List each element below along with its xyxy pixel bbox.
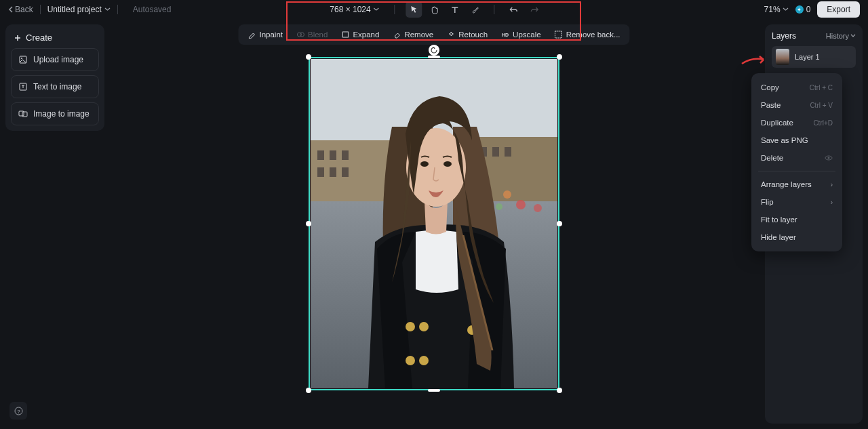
autosaved-label: Autosaved (133, 5, 172, 14)
resize-handle-tr[interactable] (557, 54, 562, 60)
ctx-duplicate[interactable]: DuplicateCtrl+D (751, 114, 842, 131)
chevron-right-icon: › (831, 199, 833, 206)
ctx-delete[interactable]: Delete (751, 149, 842, 167)
back-label: Back (15, 5, 33, 14)
inpaint-icon (248, 30, 256, 39)
svg-point-32 (406, 356, 415, 365)
svg-point-1 (300, 33, 304, 37)
credits-counter[interactable]: ✦ 0 (795, 5, 811, 14)
svg-point-39 (828, 157, 830, 159)
resize-handle-tl[interactable] (306, 54, 311, 60)
retouch-button[interactable]: Retouch (441, 28, 493, 41)
resize-handle-mr[interactable] (557, 221, 562, 226)
cursor-tool[interactable] (406, 1, 422, 18)
svg-point-30 (406, 322, 415, 331)
layer-thumbnail (776, 49, 789, 65)
svg-point-29 (496, 203, 502, 210)
help-button[interactable]: ? (9, 402, 27, 420)
ctx-flip[interactable]: Flip› (751, 193, 842, 211)
eraser-icon (393, 30, 401, 39)
text-to-image-button[interactable]: Text to image (11, 75, 99, 98)
divider (117, 5, 118, 14)
svg-point-31 (419, 322, 429, 331)
svg-point-36 (420, 161, 429, 167)
upload-image-button[interactable]: Upload image (11, 48, 99, 71)
svg-rect-19 (342, 167, 349, 177)
undo-button[interactable] (506, 1, 522, 18)
svg-rect-17 (317, 167, 324, 177)
divider (395, 5, 395, 14)
layers-title: Layers (772, 31, 796, 41)
hand-tool[interactable] (427, 1, 443, 18)
canvas[interactable] (309, 57, 559, 390)
action-toolbar: Inpaint Blend Expand Remove Retouch HD U… (238, 24, 629, 45)
create-panel: Create Upload image Text to image Image … (5, 24, 104, 131)
arrow-annotation (741, 53, 768, 66)
ctx-paste[interactable]: PasteCtrl + V (751, 96, 842, 114)
layer-context-menu: CopyCtrl + C PasteCtrl + V DuplicateCtrl… (751, 73, 842, 251)
ctx-copy[interactable]: CopyCtrl + C (751, 79, 842, 96)
layer-item[interactable]: Layer 1 (772, 46, 856, 68)
svg-rect-15 (330, 150, 336, 160)
ctx-hide[interactable]: Hide layer (751, 228, 842, 246)
expand-icon (341, 30, 349, 39)
layer-name: Layer 1 (795, 53, 820, 61)
help-icon: ? (14, 407, 23, 415)
export-button[interactable]: Export (817, 1, 860, 18)
text-tool[interactable] (447, 1, 463, 18)
upscale-button[interactable]: HD Upscale (496, 28, 547, 41)
zoom-level[interactable]: 71% (764, 5, 789, 14)
svg-rect-18 (330, 167, 336, 177)
remove-bg-icon (555, 30, 563, 39)
blend-icon (296, 30, 304, 39)
canvas-image[interactable] (311, 59, 557, 388)
back-button[interactable]: Back (8, 5, 33, 14)
plus-icon (14, 34, 22, 42)
svg-point-27 (516, 200, 526, 209)
i2i-icon (18, 109, 28, 119)
resize-handle-bottom[interactable] (428, 389, 440, 392)
svg-rect-14 (317, 150, 324, 160)
svg-rect-2 (342, 32, 348, 37)
visibility-icon (825, 154, 833, 162)
chevron-right-icon: › (831, 181, 833, 188)
svg-point-37 (443, 161, 452, 167)
resize-handle-top[interactable] (428, 56, 440, 58)
project-name[interactable]: Untitled project (47, 5, 111, 14)
t2i-icon (18, 82, 28, 91)
redo-button[interactable] (526, 1, 542, 18)
retouch-icon (447, 30, 455, 39)
divider (494, 5, 495, 14)
resize-handle-bl[interactable] (306, 388, 311, 393)
ctx-save-png[interactable]: Save as PNG (751, 131, 842, 149)
svg-rect-3 (555, 31, 562, 38)
remove-button[interactable]: Remove (387, 28, 439, 41)
create-header: Create (11, 30, 99, 48)
ctx-fit[interactable]: Fit to layer (751, 211, 842, 228)
remove-bg-button[interactable]: Remove back... (549, 28, 626, 41)
brush-tool[interactable] (467, 1, 484, 18)
svg-rect-22 (505, 147, 511, 157)
resize-handle-br[interactable] (557, 388, 562, 393)
credit-icon: ✦ (795, 5, 804, 14)
svg-point-26 (503, 190, 511, 199)
separator (758, 171, 835, 171)
blend-button: Blend (291, 28, 333, 41)
rotate-handle[interactable] (429, 45, 439, 56)
resize-handle-ml[interactable] (306, 221, 311, 226)
image-to-image-button[interactable]: Image to image (11, 102, 99, 125)
svg-point-5 (21, 58, 22, 59)
inpaint-button[interactable]: Inpaint (242, 28, 288, 41)
expand-button[interactable]: Expand (336, 28, 384, 41)
svg-point-33 (419, 356, 429, 365)
canvas-dimensions[interactable]: 768 × 1024 (326, 5, 383, 14)
upload-icon (18, 55, 28, 64)
svg-rect-21 (492, 147, 499, 157)
divider (40, 5, 41, 14)
history-button[interactable]: History (826, 32, 856, 40)
ctx-arrange[interactable]: Arrange layers› (751, 176, 842, 193)
svg-rect-16 (342, 150, 349, 160)
svg-text:?: ? (17, 408, 20, 414)
svg-point-28 (534, 204, 542, 212)
hd-icon: HD (501, 30, 509, 39)
